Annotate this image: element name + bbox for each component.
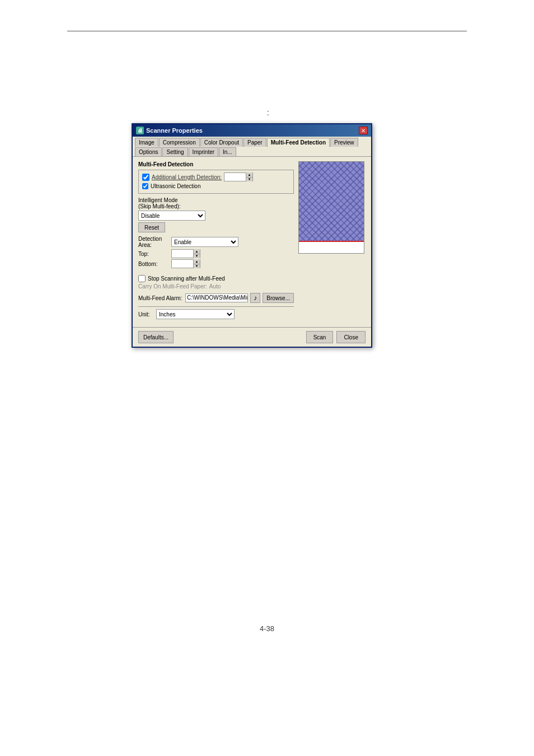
unit-label: Unit: [138, 311, 154, 318]
detection-area-select[interactable]: Enable Disable [171, 237, 238, 247]
tab-imprinter[interactable]: Imprinter [189, 147, 218, 156]
tab-paper[interactable]: Paper [243, 138, 266, 147]
add-length-spinner-buttons: ▲ ▼ [246, 172, 252, 181]
tab-compression[interactable]: Compression [159, 138, 200, 147]
intelligent-mode-dropdown-row: Disable Enable [138, 211, 294, 221]
top-down-button[interactable]: ▼ [194, 254, 200, 259]
reset-button-row: Reset [138, 222, 294, 232]
section-multi-feed-detection: Multi-Feed Detection [138, 161, 294, 167]
alarm-row: Multi-Feed Alarm: C:\WINDOWS\Media\Ming.… [138, 293, 294, 303]
tab-preview[interactable]: Preview [330, 138, 358, 147]
dialog-title: Scanner Properties [146, 127, 203, 134]
dialog-bottom-bar: Defaults... Scan Close [133, 327, 371, 347]
top-value[interactable]: 1.00 [172, 250, 193, 258]
stop-scan-checkbox[interactable] [138, 275, 146, 282]
tab-in[interactable]: In... [219, 147, 236, 156]
add-length-up-button[interactable]: ▲ [246, 172, 252, 178]
bottom-row: Bottom: 14.00 ▲ ▼ [138, 259, 294, 268]
detection-area-section: Detection Area: Enable Disable Top: 1.00… [138, 236, 294, 268]
colon-dots: : [267, 108, 269, 117]
dialog-body: Multi-Feed Detection Additional Length D… [133, 157, 371, 327]
top-up-button[interactable]: ▲ [194, 249, 200, 254]
bottom-down-button[interactable]: ▼ [194, 264, 200, 269]
add-length-checkbox[interactable] [142, 174, 149, 181]
top-label: Top: [138, 251, 169, 257]
add-length-value[interactable]: 0.00 [224, 173, 246, 181]
top-row: Top: 1.00 ▲ ▼ [138, 249, 294, 258]
tab-options[interactable]: Options [135, 147, 162, 156]
tab-image[interactable]: Image [135, 138, 158, 147]
dialog-icon: 🖨 [136, 127, 144, 134]
detection-area-row: Detection Area: Enable Disable [138, 236, 294, 248]
tab-multi-feed-detection[interactable]: Multi-Feed Detection [267, 138, 330, 147]
ultrasonic-checkbox[interactable] [142, 183, 148, 189]
carry-on-row: Carry On Multi-Feed Paper: Auto [138, 283, 294, 290]
reset-button[interactable]: Reset [138, 222, 165, 232]
add-length-spinner: 0.00 ▲ ▼ [224, 172, 253, 181]
tab-bar: Image Compression Color Dropout Paper Mu… [133, 137, 371, 157]
close-window-button[interactable]: ✕ [359, 127, 368, 134]
bottom-up-button[interactable]: ▲ [194, 259, 200, 264]
scanner-properties-dialog: 🖨 Scanner Properties ✕ Image Compression… [132, 123, 372, 348]
top-spinner: 1.00 ▲ ▼ [171, 249, 200, 258]
dialog-left-panel: Multi-Feed Detection Additional Length D… [138, 161, 294, 323]
tab-color-dropout[interactable]: Color Dropout [200, 138, 243, 147]
title-bar: 🖨 Scanner Properties ✕ [133, 124, 371, 137]
intelligent-mode-section: Intelligent Mode(Skip Multi-feed): Disab… [138, 197, 294, 232]
ultrasonic-row: Ultrasonic Detection [142, 183, 290, 189]
stop-scan-label: Stop Scanning after Multi-Feed [148, 276, 225, 282]
bottom-spinner: 14.00 ▲ ▼ [171, 259, 200, 268]
bottom-right-buttons: Scan Close [306, 331, 366, 343]
stop-scan-row: Stop Scanning after Multi-Feed [138, 275, 294, 282]
intelligent-mode-select[interactable]: Disable Enable [138, 211, 205, 221]
browse-button[interactable]: Browse... [263, 293, 294, 303]
carry-on-value: Auto [209, 283, 221, 290]
alarm-play-icon[interactable]: ♪ [250, 293, 260, 303]
add-length-down-button[interactable]: ▼ [246, 178, 252, 182]
ultrasonic-label: Ultrasonic Detection [151, 183, 200, 189]
unit-select[interactable]: Inches Millimeters Pixels [156, 309, 235, 319]
preview-canvas [298, 161, 364, 254]
intelligent-mode-label: Intelligent Mode(Skip Multi-feed): [138, 197, 294, 209]
top-spinner-buttons: ▲ ▼ [193, 249, 200, 258]
close-dialog-button[interactable]: Close [336, 331, 366, 343]
alarm-label: Multi-Feed Alarm: [138, 295, 183, 301]
hatch-pattern [299, 162, 364, 242]
carry-on-label: Carry On Multi-Feed Paper: [138, 283, 207, 290]
detection-area-label: Detection Area: [138, 236, 169, 248]
tab-setting[interactable]: Setting [162, 147, 188, 156]
title-bar-left: 🖨 Scanner Properties [136, 127, 203, 134]
separator-1 [138, 306, 294, 307]
bottom-label: Bottom: [138, 261, 169, 267]
page-number: 4-38 [260, 624, 274, 633]
add-length-label: Additional Length Detection: [152, 174, 222, 180]
scan-button[interactable]: Scan [306, 331, 334, 343]
bottom-value[interactable]: 14.00 [172, 260, 193, 268]
add-length-row: Additional Length Detection: 0.00 ▲ ▼ [142, 172, 290, 181]
unit-row: Unit: Inches Millimeters Pixels [138, 309, 294, 319]
detection-options-box: Additional Length Detection: 0.00 ▲ ▼ Ul… [138, 170, 294, 194]
top-decorative-line [67, 31, 467, 31]
white-bottom [299, 242, 364, 253]
defaults-button[interactable]: Defaults... [138, 331, 174, 343]
bottom-spinner-buttons: ▲ ▼ [193, 259, 200, 268]
preview-panel [298, 161, 366, 323]
alarm-path: C:\WINDOWS\Media\Ming.wav [185, 293, 248, 302]
